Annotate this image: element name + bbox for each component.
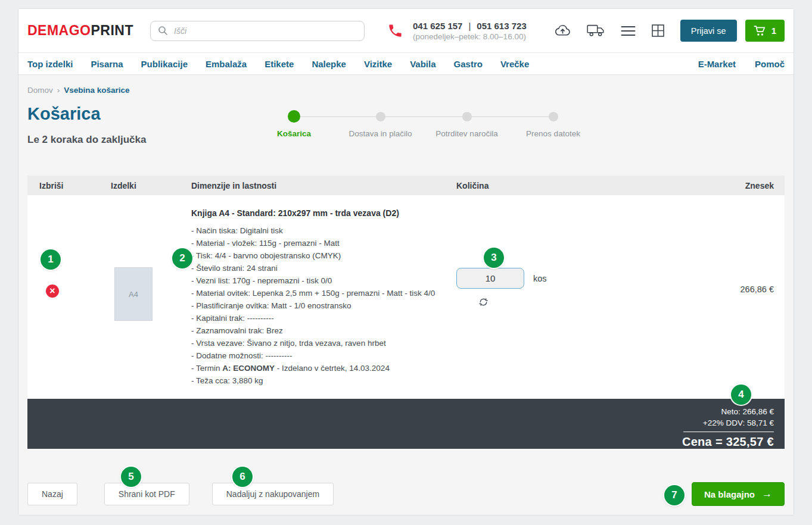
header-icons <box>554 22 665 39</box>
nav-item[interactable]: Etikete <box>265 59 294 69</box>
grid-view-icon[interactable] <box>651 24 665 38</box>
back-button[interactable]: Nazaj <box>27 483 77 505</box>
breadcrumb: Domov›Vsebina košarice <box>27 86 785 95</box>
site-header: DEMAGOPRINT 041 625 157|051 613 723 (pon… <box>18 9 794 53</box>
product-title: Knjiga A4 - Standard: 210x297 mm - trda … <box>191 208 450 218</box>
arrow-right-icon: → <box>762 488 772 500</box>
cloud-upload-icon[interactable] <box>554 22 571 39</box>
annotation-badge: 7 <box>664 485 685 505</box>
delete-item-icon[interactable]: × <box>46 285 59 298</box>
hamburger-menu-icon[interactable] <box>621 26 636 36</box>
product-detail-line: - Način tiska: Digitalni tisk <box>191 224 450 237</box>
product-detail-line: - Zaznamovalni trak: Brez <box>191 324 450 337</box>
logo-text-red: DEMAGO <box>27 23 91 38</box>
opening-hours: (ponedeljek–petek: 8.00–16.00) <box>413 32 527 41</box>
summary-neto: Neto: 266,86 € <box>38 406 774 417</box>
cart-icon <box>754 25 766 36</box>
phone-texts: 041 625 157|051 613 723 (ponedeljek–pete… <box>413 21 527 41</box>
page-content: Domov›Vsebina košarice Košarica Le 2 kor… <box>18 75 794 515</box>
product-detail-line: - Material - vložek: 115g - premazni - M… <box>191 237 450 249</box>
nav-item[interactable]: Top izdelki <box>27 59 73 69</box>
checkout-step: Dostava in plačilo <box>337 110 424 138</box>
refresh-quantity-icon[interactable] <box>479 298 488 307</box>
page-title: Košarica <box>27 104 251 124</box>
delivery-truck-icon[interactable] <box>587 24 605 38</box>
step-label: Prenos datotek <box>526 129 580 138</box>
item-amount: 266,86 € <box>741 285 774 294</box>
nav-item[interactable]: Vrečke <box>500 59 529 69</box>
phone-number-1[interactable]: 041 625 157 <box>413 21 462 31</box>
site-logo[interactable]: DEMAGOPRINT <box>27 23 133 39</box>
continue-shopping-button[interactable]: Nadaljuj z nakupovanjem <box>212 483 334 505</box>
nav-item[interactable]: Nalepke <box>312 59 346 69</box>
cart-table-header: Izbriši Izdelki Dimenzije in lastnosti K… <box>27 176 785 195</box>
search-icon <box>158 26 168 36</box>
product-detail-line: - Plastificiranje ovitka: Matt - 1/0 eno… <box>191 299 450 312</box>
annotation-badge: 5 <box>121 467 141 487</box>
phone-contact: 041 625 157|051 613 723 (ponedeljek–pete… <box>387 21 527 41</box>
product-detail-weight: - Teža cca: 3,880 kg <box>191 374 450 387</box>
thumbnail-label: A4 <box>129 290 138 299</box>
summary-total: Cena = 325,57 € <box>38 435 774 449</box>
step-label: Košarica <box>277 129 311 138</box>
product-detail-line: - Dodatne možnosti: ---------- <box>191 349 450 362</box>
checkout-steps: Košarica Dostava in plačilo Potrditev na… <box>251 110 596 146</box>
page-card: DEMAGOPRINT 041 625 157|051 613 723 (pon… <box>18 8 794 515</box>
column-header-quantity: Količina <box>450 181 641 190</box>
annotation-badge: 1 <box>41 249 61 270</box>
breadcrumb-current: Vsebina košarice <box>64 86 129 95</box>
nav-item[interactable]: Gastro <box>454 59 483 69</box>
annotation-badge: 6 <box>232 467 253 487</box>
cart-item-row: × A4 Knjiga A4 - Standard: 210x297 mm - … <box>27 195 785 399</box>
nav-item[interactable]: Pisarna <box>91 59 123 69</box>
column-header-products: Izdelki <box>96 181 176 190</box>
breadcrumb-home[interactable]: Domov <box>27 86 53 95</box>
cart-count-badge: 1 <box>771 26 776 36</box>
product-detail-line: - Tisk: 4/4 - barvno obojestransko (CMYK… <box>191 249 450 262</box>
nav-item[interactable]: Publikacije <box>141 59 188 69</box>
annotation-badge: 4 <box>731 385 751 405</box>
nav-item[interactable]: Vabila <box>410 59 435 69</box>
search-input[interactable] <box>174 26 357 36</box>
cart-button[interactable]: 1 <box>745 20 785 42</box>
search-box <box>150 21 365 41</box>
checkout-step: Potrditev naročila <box>424 110 510 138</box>
step-dot-icon <box>549 112 558 121</box>
product-detail-termin: - Termin A: ECONOMY - Izdelano v četrtek… <box>191 362 450 374</box>
nav-item[interactable]: Vizitke <box>364 59 392 69</box>
product-thumbnail[interactable]: A4 <box>114 267 153 321</box>
cart-table: Izbriši Izdelki Dimenzije in lastnosti K… <box>27 176 785 449</box>
product-cell: A4 <box>96 195 176 399</box>
step-label: Dostava in plačilo <box>349 129 412 138</box>
product-detail-line: - Kapitalni trak: ---------- <box>191 312 450 324</box>
annotation-badge: 2 <box>172 248 192 268</box>
cart-summary: Neto: 266,86 € +22% DDV: 58,71 € Cena = … <box>27 399 785 449</box>
quantity-input[interactable] <box>456 268 524 289</box>
nav-item-right[interactable]: E-Market <box>698 59 736 69</box>
column-header-dimensions: Dimenzije in lastnosti <box>176 181 450 190</box>
logo-text-black: PRINT <box>91 23 134 38</box>
summary-ddv: +22% DDV: 58,71 € <box>38 417 774 429</box>
save-pdf-button[interactable]: Shrani kot PDF <box>104 483 189 505</box>
product-detail-line: - Material ovitek: Lepenka 2,5 mm + 150g… <box>191 287 450 299</box>
checkout-step: Košarica <box>251 110 337 138</box>
checkout-button-label: Na blagajno <box>704 489 755 499</box>
amount-cell: 266,86 € <box>641 195 785 399</box>
product-detail-line: - Vezni list: 170g - nepremazni - tisk 0… <box>191 274 450 287</box>
checkout-step: Prenos datotek <box>510 110 596 138</box>
product-detail-line: - Vrsta vezave: Šivano z nitjo, trda vez… <box>191 337 450 349</box>
summary-divider <box>683 432 774 432</box>
page-subtitle: Le 2 koraka do zaključka <box>27 134 251 146</box>
checkout-button[interactable]: Na blagajno → <box>692 482 785 506</box>
nav-item[interactable]: Embalaža <box>206 59 247 69</box>
quantity-unit-label: kos <box>533 274 547 283</box>
delete-cell: × <box>27 195 96 399</box>
login-button[interactable]: Prijavi se <box>680 20 737 42</box>
column-header-amount: Znesek <box>641 181 785 190</box>
breadcrumb-separator: › <box>57 86 60 95</box>
nav-item-right[interactable]: Pomoč <box>755 59 785 69</box>
product-detail-line: - Število strani: 24 strani <box>191 262 450 274</box>
title-block: Košarica Le 2 koraka do zaključka <box>27 104 251 146</box>
column-header-delete: Izbriši <box>27 181 96 190</box>
phone-number-2[interactable]: 051 613 723 <box>477 21 526 31</box>
